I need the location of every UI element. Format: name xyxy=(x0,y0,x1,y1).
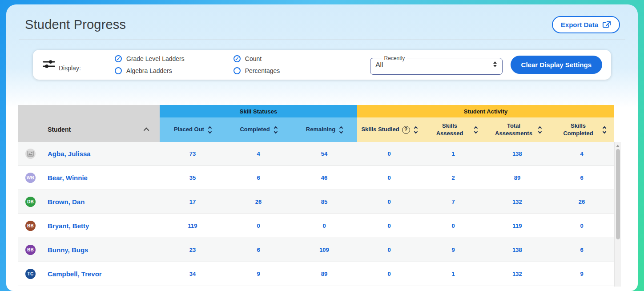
cell-placed-out: 35 xyxy=(160,166,225,190)
student-progress-card: Student Progress Export Data xyxy=(6,4,638,291)
export-icon xyxy=(602,21,611,29)
sort-chevrons-icon xyxy=(603,127,606,133)
cell-skills-assessed: 9 xyxy=(421,238,485,262)
student-name-link[interactable]: Bunny, Bugs xyxy=(48,246,88,254)
cell-total-assessments: 119 xyxy=(485,214,549,238)
recently-dropdown-value: All xyxy=(376,61,383,68)
cell-remaining: 0 xyxy=(291,214,357,238)
ladder-options-group: Grade Level Ladders Algebra Ladders xyxy=(115,55,185,74)
student-name-link[interactable]: Brown, Dan xyxy=(48,198,85,206)
sort-chevrons-icon xyxy=(475,127,477,133)
cell-total-assessments: 132 xyxy=(485,262,549,286)
cell-total-assessments: 89 xyxy=(485,166,549,190)
student-name-link[interactable]: Bryant, Betty xyxy=(48,222,89,230)
table-row[interactable]: TC Campbell, Trevor 34 9 89 0 1 132 9 xyxy=(18,262,614,286)
cell-placed-out: 73 xyxy=(160,142,225,166)
table-column-header-row: Student Placed Out Completed Remaining S… xyxy=(18,117,614,142)
header-divider xyxy=(19,40,625,40)
table-row[interactable]: BB Bryant, Betty 119 0 0 0 0 119 0 xyxy=(18,214,614,238)
recently-dropdown-label: Recently xyxy=(382,55,407,61)
student-initials-avatar: TC xyxy=(25,269,36,279)
radio-count[interactable]: Count xyxy=(233,55,280,62)
sliders-icon xyxy=(42,58,56,72)
radio-grade-level-ladders[interactable]: Grade Level Ladders xyxy=(115,55,185,62)
page-title: Student Progress xyxy=(25,17,126,32)
cell-remaining: 54 xyxy=(291,142,357,166)
cell-skills-completed: 26 xyxy=(549,190,614,214)
recently-dropdown[interactable]: Recently All xyxy=(370,55,503,75)
cell-placed-out: 23 xyxy=(160,238,225,262)
group-header-student-activity: Student Activity xyxy=(357,105,614,117)
radio-unchecked-icon xyxy=(115,67,122,74)
scroll-up-arrow-icon[interactable] xyxy=(616,145,620,147)
cell-completed: 26 xyxy=(225,190,291,214)
table-row[interactable]: DB Brown, Dan 17 26 85 0 7 132 26 xyxy=(18,190,614,214)
sort-chevrons-icon xyxy=(539,127,541,133)
table-scrollbar[interactable] xyxy=(614,142,621,287)
column-header-skills-studied[interactable]: Skills Studied ? xyxy=(357,117,421,142)
cell-completed: 6 xyxy=(225,166,291,190)
cell-skills-assessed: 1 xyxy=(421,262,485,286)
table-row[interactable]: Agba, Julissa 73 4 54 0 1 138 4 xyxy=(18,142,614,166)
count-options-group: Count Percentages xyxy=(233,55,280,74)
export-data-button[interactable]: Export Data xyxy=(552,16,620,33)
chevron-up-icon xyxy=(144,128,149,133)
cell-total-assessments: 138 xyxy=(485,142,549,166)
column-header-skills-completed[interactable]: Skills Completed xyxy=(549,117,614,142)
sort-chevrons-icon xyxy=(274,127,277,133)
student-name-link[interactable]: Agba, Julissa xyxy=(48,150,91,158)
radio-checked-icon xyxy=(233,55,241,62)
cell-skills-studied: 0 xyxy=(357,142,421,166)
column-header-total-assessments[interactable]: Total Assessments xyxy=(485,117,549,142)
cell-skills-completed: 4 xyxy=(549,142,614,166)
cell-skills-assessed: 1 xyxy=(421,142,485,166)
student-initials-avatar: BB xyxy=(25,221,36,231)
cell-total-assessments: 138 xyxy=(485,238,549,262)
cell-completed: 6 xyxy=(225,238,291,262)
radio-label: Grade Level Ladders xyxy=(126,55,185,62)
sort-chevrons-icon xyxy=(340,127,342,133)
clear-display-settings-button[interactable]: Clear Display Settings xyxy=(511,56,602,74)
radio-label: Percentages xyxy=(245,67,280,74)
column-header-placed-out[interactable]: Placed Out xyxy=(160,117,225,142)
cell-skills-completed: 6 xyxy=(549,238,614,262)
cell-skills-assessed: 2 xyxy=(421,166,485,190)
cell-remaining: 109 xyxy=(291,238,357,262)
table-row[interactable]: WB Bear, Winnie 35 6 46 0 2 89 6 xyxy=(18,166,614,190)
cell-skills-studied: 0 xyxy=(357,262,421,286)
cell-completed: 4 xyxy=(225,142,291,166)
cell-placed-out: 17 xyxy=(160,190,225,214)
sort-chevrons-icon xyxy=(415,127,417,133)
cell-skills-completed: 0 xyxy=(549,214,614,238)
cell-skills-studied: 0 xyxy=(357,238,421,262)
student-initials-avatar: DB xyxy=(25,197,36,207)
cell-total-assessments: 132 xyxy=(485,190,549,214)
scrollbar-thumb[interactable] xyxy=(616,149,620,239)
column-header-student[interactable]: Student xyxy=(18,117,160,142)
group-header-student xyxy=(18,105,160,117)
column-header-skills-assessed[interactable]: Skills Assessed xyxy=(421,117,485,142)
cell-skills-studied: 0 xyxy=(357,190,421,214)
radio-label: Count xyxy=(245,55,262,62)
cell-remaining: 46 xyxy=(291,166,357,190)
student-name-link[interactable]: Campbell, Trevor xyxy=(48,270,102,278)
student-name-link[interactable]: Bear, Winnie xyxy=(48,174,88,182)
cell-skills-studied: 0 xyxy=(357,214,421,238)
student-photo-avatar xyxy=(25,149,36,159)
page-header: Student Progress Export Data xyxy=(6,4,638,40)
student-initials-avatar: WB xyxy=(25,173,36,183)
cell-skills-assessed: 7 xyxy=(421,190,485,214)
column-header-completed[interactable]: Completed xyxy=(225,117,291,142)
cell-remaining: 85 xyxy=(291,190,357,214)
table-row[interactable]: BB Bunny, Bugs 23 6 109 0 9 138 6 xyxy=(18,238,614,262)
table-group-header-row: Skill Statuses Student Activity xyxy=(18,105,614,117)
radio-percentages[interactable]: Percentages xyxy=(233,67,280,74)
student-initials-avatar: BB xyxy=(25,245,36,255)
display-settings-panel: Display: Grade Level Ladders Algebra Lad… xyxy=(33,50,611,80)
cell-placed-out: 34 xyxy=(160,262,225,286)
cell-skills-completed: 6 xyxy=(549,166,614,190)
radio-algebra-ladders[interactable]: Algebra Ladders xyxy=(115,67,185,74)
column-header-remaining[interactable]: Remaining xyxy=(291,117,357,142)
cell-placed-out: 119 xyxy=(160,214,225,238)
question-circle-icon[interactable]: ? xyxy=(402,126,410,134)
